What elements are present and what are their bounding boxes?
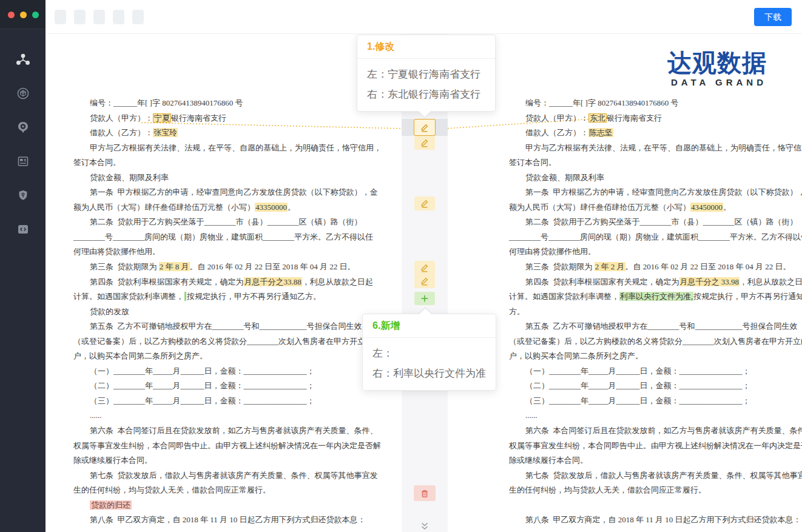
deleted-text-highlight: 贷款的归还 bbox=[90, 500, 132, 510]
modify-tooltip: 1.修改 左：宁夏银行海南省支行 右：东北银行海南省支行 bbox=[357, 35, 496, 112]
doc-line: 甲方与乙方根据有关法律、法规，在平等、自愿的基础上，为明确责任，恪守信用， bbox=[73, 141, 359, 156]
traffic-light-zoom-icon[interactable] bbox=[32, 12, 39, 18]
modified-text-highlight: 东北 bbox=[588, 113, 607, 123]
doc-line: （三）________年_____月______日，金额：___________… bbox=[73, 394, 359, 409]
brand-logo: 达观数据 DATA GRAND bbox=[665, 50, 769, 87]
edit-diff-marker[interactable] bbox=[414, 136, 435, 150]
doc-line: 生的任何纠纷，均与贷款人无关，借款合同应正常履行。 bbox=[73, 483, 359, 498]
modify-tooltip-right-row: 右：东北银行海南省支行 bbox=[367, 84, 485, 104]
doc-line: 第六条 本合同签订后且在贷款发放前，如乙方与售房者就该房产有关质量、条件、 bbox=[73, 423, 359, 439]
doc-line: 贷款金额、期限及利率 bbox=[509, 170, 794, 186]
model-cube-icon bbox=[16, 86, 30, 101]
doc-line: 签订本合同。 bbox=[509, 155, 794, 170]
doc-line: 第四条 贷款利率根据国家有关规定，确定为月息千分之33.88，利息从放款之日起 bbox=[73, 275, 359, 290]
doc-line: ________号________房间的现（期）房物业，建筑面积________… bbox=[73, 230, 359, 245]
toolbar-icon-placeholder[interactable] bbox=[113, 10, 124, 24]
doc-line: 权属等事宜发生纠纷，本合同即告中止。由甲方视上述纠纷解决情况在一年内决定是否解 bbox=[509, 439, 794, 454]
contract-left: 编号：______年[ ]字 802764138940176860 号贷款人（甲… bbox=[73, 96, 359, 528]
doc-line: 户，以购买本合同第二条所列之房产。 bbox=[509, 349, 794, 364]
toolbar-icon-placeholder[interactable] bbox=[93, 10, 105, 24]
edit-diff-marker[interactable] bbox=[414, 274, 435, 288]
doc-line: 第七条 贷款发放后，借款人与售房者就该房产有关质量、条件、权属等其他事宜发 bbox=[73, 468, 359, 483]
doc-line: 第三条 贷款期限为 2 年 8 月。自 2016 年 02 月 22 日至 20… bbox=[73, 260, 359, 275]
doc-line: 第七条 贷款发放后，借款人与售房者就该房产有关质量、条件、权属等其他事宜发 bbox=[509, 468, 794, 483]
delete-diff-marker[interactable] bbox=[414, 485, 436, 501]
doc-line: 额为人民币（大写）肆仟叁佰肆拾伍万元整（小写）43450000。 bbox=[509, 200, 794, 215]
doc-line: （三）________年_____月______日，金额：___________… bbox=[509, 394, 794, 409]
sidebar-item-network-graph[interactable] bbox=[0, 42, 45, 76]
doc-line: （一）________年_____月______日，金额：___________… bbox=[509, 364, 794, 379]
modified-text-highlight: 43450000 bbox=[690, 203, 723, 212]
doc-line: 甲方与乙方根据有关法律、法规，在平等、自愿的基础上，为明确责任，恪守信用， bbox=[509, 141, 794, 156]
traffic-light-close-icon[interactable] bbox=[8, 12, 15, 18]
doc-line: 借款人（乙方）：陈志坚 bbox=[509, 126, 794, 141]
scroll-more-icon[interactable] bbox=[418, 520, 431, 531]
download-button[interactable]: 下载 bbox=[754, 8, 792, 26]
toolbar-icon-placeholder[interactable] bbox=[74, 10, 86, 24]
doc-line: 贷款人（甲方）：宁夏银行海南省支行 bbox=[73, 111, 359, 126]
doc-line: 额为人民币（大写）肆仟叁佰肆拾伍万元整（小写）43350000。 bbox=[73, 200, 359, 215]
toolbar-icon-placeholder[interactable] bbox=[132, 10, 144, 24]
added-text-highlight: 利率以央行文件为准, bbox=[619, 292, 693, 301]
modified-text-highlight: 月息千分之33.88 bbox=[244, 277, 302, 286]
doc-line: 编号：______年[ ]字 802764138940176860 号 bbox=[509, 96, 794, 111]
doc-line: 第一条 甲方根据乙方的申请，经审查同意向乙方发放住房贷款（以下称贷款），金 bbox=[73, 185, 359, 200]
doc-line: 计算。如遇国家贷款利率调整，利率以央行文件为准,按规定执行，甲方不再另行通知乙 bbox=[509, 289, 794, 305]
doc-line: （二）________年_____月______日，金额：___________… bbox=[509, 379, 794, 394]
doc-line: ...... bbox=[509, 408, 794, 423]
brand-logo-cn: 达观数据 bbox=[665, 50, 769, 75]
edit-diff-marker[interactable] bbox=[414, 261, 435, 275]
doc-line: 计算。如遇国家贷款利率调整，按规定执行，甲方不再另行通知乙方。 bbox=[73, 289, 359, 305]
doc-line: ________号________房间的现（期）房物业，建筑面积________… bbox=[509, 230, 794, 245]
doc-line: 第八条 甲乙双方商定，自 2018 年 11 月 10 日起乙方用下列方式归还贷… bbox=[509, 513, 794, 528]
doc-line: 第八条 甲乙双方商定，自 2018 年 11 月 10 日起乙方用下列方式归还贷… bbox=[73, 513, 359, 528]
doc-line: 贷款的发放 bbox=[73, 305, 359, 320]
doc-line: 除或继续履行本合同。 bbox=[73, 453, 359, 468]
doc-line: 户，以购买本合同第二条所列之房产。 bbox=[73, 349, 359, 364]
doc-line: 贷款的归还 bbox=[73, 498, 359, 513]
doc-line: 贷款金额、期限及利率 bbox=[73, 170, 359, 186]
doc-line: （或登记备案）后，以乙方购楼款的名义将贷款分________次划入售房者在甲方开… bbox=[509, 334, 794, 349]
camera-pin-icon bbox=[16, 120, 30, 135]
sidebar-item-shield-key[interactable] bbox=[0, 178, 45, 212]
doc-line: （或登记备案）后，以乙方购楼款的名义将贷款分________次划入售房者在甲方开… bbox=[73, 334, 359, 349]
modified-text-highlight: 月息千分之 33.98 bbox=[679, 277, 740, 286]
doc-line: 权属等事宜发生纠纷，本合同即告中止。由甲方视上述纠纷解决情况在一年内决定是否解 bbox=[73, 439, 359, 454]
doc-line: 第四条 贷款利率根据国家有关规定，确定为月息千分之 33.98，利息从放款之日起 bbox=[509, 275, 794, 290]
modified-text-highlight: 2 年 2 月 bbox=[595, 262, 625, 271]
traffic-light-minimize-icon[interactable] bbox=[20, 12, 27, 18]
code-sdk-icon bbox=[16, 222, 30, 237]
toolbar-placeholders bbox=[55, 10, 144, 24]
doc-line: 方。 bbox=[509, 305, 794, 320]
sidebar-item-code-sdk[interactable] bbox=[0, 212, 45, 246]
sidebar-item-document-layout[interactable] bbox=[0, 144, 45, 178]
doc-line bbox=[509, 498, 794, 513]
doc-line: ...... bbox=[73, 408, 359, 423]
doc-line: 第一条 甲方根据乙方的申请，经审查同意向乙方发放住房贷款（以下称贷款），金 bbox=[509, 185, 794, 200]
doc-line: 第五条 乙方不可撤销地授权甲方在________号和____________号担… bbox=[509, 319, 794, 334]
doc-line: 编号：______年[ ]字 802764138940176860 号 bbox=[73, 96, 359, 111]
doc-line: 何理由将贷款挪作他用。 bbox=[509, 244, 794, 260]
sidebar bbox=[0, 0, 45, 532]
modified-text-highlight: 张宝玲 bbox=[153, 128, 178, 137]
sidebar-item-model-cube[interactable] bbox=[0, 76, 45, 110]
add-tooltip-left-row: 左： bbox=[372, 343, 486, 363]
toolbar-icon-placeholder[interactable] bbox=[55, 10, 66, 24]
doc-line: 第三条 贷款期限为 2 年 2 月。自 2016 年 02 月 22 日至 20… bbox=[509, 260, 794, 275]
app-window: 下载 达观数据 DATA GRAND 编号：______年[ ]字 802764… bbox=[0, 0, 802, 532]
sidebar-item-camera-pin[interactable] bbox=[0, 110, 45, 144]
doc-line: （二）________年_____月______日，金额：___________… bbox=[73, 379, 359, 394]
modify-tooltip-left-row: 左：宁夏银行海南省支行 bbox=[367, 64, 485, 84]
edit-diff-marker[interactable] bbox=[414, 197, 435, 210]
topbar: 下载 bbox=[45, 0, 802, 34]
doc-line: 何理由将贷款挪作他用。 bbox=[73, 244, 359, 260]
doc-line: 第二条 贷款用于乙方购买坐落于________市（县）________区（镇）路… bbox=[509, 215, 794, 230]
modified-text-highlight: 陈志坚 bbox=[588, 128, 613, 137]
window-controls bbox=[0, 0, 45, 29]
doc-line: 第二条 贷款用于乙方购买坐落于________市（县）________区（镇）路… bbox=[73, 215, 359, 230]
modified-text-highlight: 2 年 8 月 bbox=[159, 262, 190, 271]
doc-line: 除或继续履行本合同。 bbox=[509, 453, 794, 468]
add-tooltip: 6.新增 左： 右：利率以央行文件为准 bbox=[362, 314, 496, 391]
document-layout-icon bbox=[16, 154, 30, 169]
modified-text-highlight: 43350000 bbox=[255, 203, 288, 212]
